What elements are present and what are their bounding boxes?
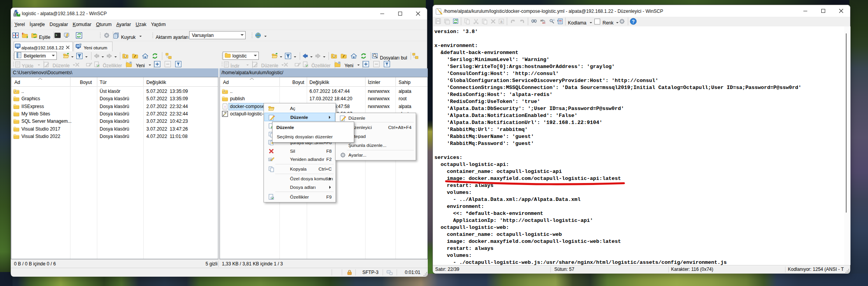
- svg-text:?: ?: [632, 19, 634, 24]
- svg-text:a: a: [500, 19, 503, 24]
- svg-text:ac: ac: [542, 21, 545, 24]
- svg-text:!: !: [225, 105, 226, 108]
